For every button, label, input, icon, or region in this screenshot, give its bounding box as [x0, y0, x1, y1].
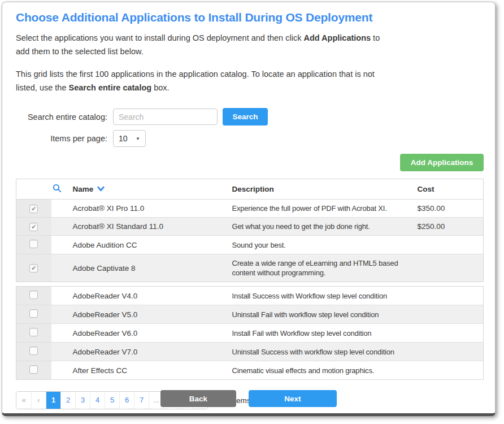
applications-table-continued: AdobeReader V4.0Install Success with Wor…: [16, 286, 484, 380]
name-column-header[interactable]: Name: [51, 179, 227, 200]
app-cost: $250.00: [412, 218, 484, 236]
app-description: Sound your best.: [227, 236, 412, 254]
add-applications-button[interactable]: Add Applications: [400, 154, 484, 171]
row-select-cell: [16, 343, 51, 361]
table-row: AdobeReader V4.0Install Success with Wor…: [16, 287, 484, 305]
intro2-bold: Search entire catalog: [69, 83, 152, 92]
table-row: Acrobat® XI Standard 11.0Get what you ne…: [16, 218, 484, 236]
column-search-header: [16, 179, 51, 200]
row-select-cell: [16, 200, 51, 218]
name-header-label: Name: [73, 185, 94, 193]
app-cost: [412, 236, 484, 254]
app-name: Acrobat® XI Standard 11.0: [51, 218, 227, 236]
app-cost: [412, 361, 484, 380]
search-button[interactable]: Search: [223, 108, 268, 126]
app-name: AdobeReader V7.0: [51, 343, 227, 361]
app-description: Experience the full power of PDF with Ac…: [227, 200, 412, 218]
app-name: AdobeReader V4.0: [51, 287, 227, 305]
intro-paragraph-1: Select the applications you want to inst…: [16, 31, 386, 58]
items-per-page-label: Items per page:: [16, 134, 113, 143]
row-select-cell: [16, 236, 51, 254]
app-description: Create a wide range of eLearning and HTM…: [227, 254, 412, 282]
table-row: Adobe Audition CCSound your best.: [16, 236, 484, 254]
app-cost: [412, 254, 484, 282]
app-description: Cinematic visual effects and motion grap…: [227, 361, 412, 380]
search-catalog-label: Search entire catalog:: [16, 113, 113, 122]
row-select-cell: [16, 287, 51, 305]
table-row: AdobeReader V7.0Uninstall Success with w…: [16, 343, 484, 361]
caret-down-icon: ▼: [136, 136, 140, 141]
app-name: Acrobat® XI Pro 11.0: [51, 200, 227, 218]
row-checkbox[interactable]: [29, 240, 38, 248]
table-row: After Effects CCCinematic visual effects…: [16, 361, 484, 380]
row-checkbox[interactable]: [29, 291, 38, 299]
page-title: Choose Additional Applications to Instal…: [16, 11, 484, 24]
row-checkbox[interactable]: [29, 328, 38, 336]
app-cost: $350.00: [412, 200, 484, 218]
search-input[interactable]: [113, 109, 218, 125]
row-select-cell: [16, 305, 51, 324]
next-button[interactable]: Next: [249, 390, 337, 407]
row-select-cell: [16, 361, 51, 380]
intro2-text-end: box.: [151, 83, 169, 92]
app-cost: [412, 324, 484, 343]
row-select-cell: [16, 254, 51, 282]
app-cost: [412, 305, 484, 324]
app-description: Uninstall Success with workflow step lev…: [227, 343, 412, 361]
back-button[interactable]: Back: [160, 390, 236, 407]
row-checkbox-checked[interactable]: [29, 264, 38, 272]
cost-column-header[interactable]: Cost: [412, 179, 484, 200]
app-cost: [412, 343, 484, 361]
app-name: Adobe Captivate 8: [51, 254, 227, 282]
app-name: Adobe Audition CC: [51, 236, 227, 254]
app-name: AdobeReader V5.0: [51, 305, 227, 324]
table-header-row: Name Description Cost: [16, 179, 484, 200]
row-checkbox-checked[interactable]: [29, 205, 38, 213]
intro1-text: Select the applications you want to inst…: [16, 33, 303, 42]
sort-chevron-down-icon: [97, 185, 105, 193]
row-checkbox[interactable]: [29, 365, 38, 374]
row-checkbox[interactable]: [29, 309, 38, 318]
items-per-page-value: 10: [119, 134, 128, 143]
intro-paragraph-2: This grid lists the first 100 applicatio…: [16, 67, 386, 94]
search-icon[interactable]: [53, 184, 62, 194]
app-cost: [412, 287, 484, 305]
table-row: AdobeReader V5.0Uninstall Fail with work…: [16, 305, 484, 324]
items-per-page-select[interactable]: 10 ▼: [113, 130, 146, 147]
row-select-cell: [16, 324, 51, 343]
app-description: Install Success with Workflow step level…: [227, 287, 412, 305]
app-description: Uninstall Fail with workflow step level …: [227, 305, 412, 324]
row-checkbox-checked[interactable]: [29, 223, 38, 231]
applications-table: Name Description Cost Acrobat® XI Pro 11…: [16, 179, 484, 282]
table-row: Acrobat® XI Pro 11.0Experience the full …: [16, 200, 484, 218]
intro1-bold: Add Applications: [303, 33, 371, 42]
app-name: After Effects CC: [51, 361, 227, 380]
app-description: Get what you need to get the job done ri…: [227, 218, 412, 236]
app-description: Install Fail with Workflow step level co…: [227, 324, 412, 343]
table-row: Adobe Captivate 8Create a wide range of …: [16, 254, 484, 282]
description-column-header[interactable]: Description: [227, 179, 412, 200]
app-name: AdobeReader V6.0: [51, 324, 227, 343]
row-checkbox[interactable]: [29, 347, 38, 355]
wizard-panel: Choose Additional Applications to Instal…: [2, 2, 496, 416]
table-row: AdobeReader V6.0Install Fail with Workfl…: [16, 324, 484, 343]
row-select-cell: [16, 218, 51, 236]
